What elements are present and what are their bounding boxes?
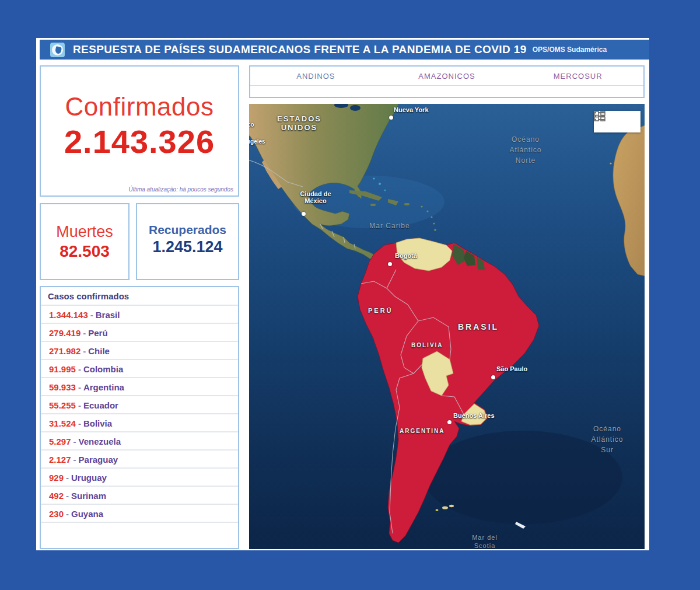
city-dot-buenos-aires (447, 420, 452, 424)
confirmed-card: Confirmados 2.143.326 Última atualização… (40, 65, 239, 197)
list-item-ecuador[interactable]: 55.255-Ecuador (41, 396, 238, 414)
bahamas-banks (384, 190, 386, 191)
page-frame: RESPUESTA DE PAÍSES SUDAMERICANOS FRENTE… (0, 0, 700, 590)
canary-islands (615, 166, 617, 168)
covid-map[interactable]: ESTADOS UNIDOS Nueva York co ngeles Ciud… (249, 104, 645, 549)
recovered-label: Recuperados (137, 223, 238, 237)
deaths-value: 82.503 (41, 242, 128, 261)
map-canvas[interactable] (249, 104, 645, 549)
list-item-uruguay[interactable]: 929-Uruguay (41, 469, 238, 487)
city-dot-ciudad-de-mexico (302, 212, 306, 216)
list-item-argentina[interactable]: 59.933-Argentina (41, 378, 238, 396)
separator: - (80, 346, 88, 356)
tab-mercosur[interactable]: MERCOSUR (512, 72, 643, 81)
confirmed-value: 2.143.326 (41, 123, 238, 160)
list-item-peru[interactable]: 279.419-Perú (41, 324, 238, 342)
separator: - (80, 328, 88, 338)
case-count: 55.255 (49, 400, 76, 410)
case-count: 1.344.143 (49, 310, 88, 320)
falkland-islands (442, 506, 448, 509)
canary-islands (610, 162, 611, 164)
list-item-guyana[interactable]: 230-Guyana (41, 505, 238, 523)
list-item-brasil[interactable]: 1.344.143-Brasil (41, 306, 238, 324)
tab-amazonicos[interactable]: AMAZONICOS (382, 72, 513, 81)
country-name: Guyana (71, 509, 103, 519)
region-tabs: ANDINOS AMAZONICOS MERCOSUR (249, 65, 645, 98)
case-count: 31.524 (49, 418, 76, 428)
country-name: Venezuela (79, 437, 121, 446)
country-name: Brasil (96, 310, 120, 320)
country-name: Colombia (83, 364, 123, 374)
city-dot-nueva-york (389, 116, 393, 120)
page-subtitle: OPS/OMS Sudamérica (533, 46, 607, 54)
cases-list: Casos confirmados 1.344.143-Brasil 279.4… (40, 286, 239, 549)
app-header: RESPUESTA DE PAÍSES SUDAMERICANOS FRENTE… (40, 40, 649, 60)
city-dot-sao-paulo (491, 375, 495, 379)
list-item-paraguay[interactable]: 2.127-Paraguay (41, 451, 238, 469)
country-name: Bolivia (83, 418, 112, 428)
cases-list-title: Casos confirmados (41, 287, 238, 306)
island-puerto-rico (404, 203, 410, 205)
separator: - (64, 509, 71, 519)
list-item-bolivia[interactable]: 31.524-Bolivia (41, 414, 238, 432)
lesser-antilles (430, 216, 432, 218)
lesser-antilles (433, 222, 435, 224)
separator: - (76, 382, 83, 392)
country-name: Paraguay (79, 455, 118, 465)
bahamas-banks (373, 178, 375, 180)
country-name: Uruguay (71, 473, 107, 483)
small-island (436, 509, 439, 511)
separator: - (76, 400, 83, 410)
country-name: Chile (88, 346, 110, 356)
separator: - (71, 455, 79, 465)
deaths-card: Muertes 82.503 (40, 203, 130, 280)
country-name: Surinam (71, 491, 106, 501)
confirmed-label: Confirmados (41, 92, 238, 121)
recovered-value: 1.245.124 (137, 238, 238, 256)
island-trinidad (434, 229, 436, 231)
list-item-venezuela[interactable]: 5.297-Venezuela (41, 432, 238, 451)
falkland-islands (449, 505, 454, 507)
basemap-grid-icon[interactable] (623, 117, 635, 127)
case-count: 59.933 (49, 382, 76, 392)
page-title: RESPUESTA DE PAÍSES SUDAMERICANOS FRENTE… (73, 43, 527, 56)
tab-andinos[interactable]: ANDINOS (250, 72, 382, 81)
paho-globe-icon (50, 43, 65, 57)
country-name: Argentina (83, 382, 124, 392)
island-jamaica (370, 204, 376, 206)
country-name: Perú (88, 328, 107, 338)
case-count: 5.297 (49, 437, 71, 446)
case-count: 91.995 (49, 364, 76, 374)
separator: - (64, 473, 71, 483)
separator: - (88, 310, 96, 320)
case-count: 271.982 (49, 346, 80, 356)
dashboard-content: RESPUESTA DE PAÍSES SUDAMERICANOS FRENTE… (36, 38, 649, 550)
deaths-label: Muertes (41, 223, 128, 241)
bahamas-banks (379, 183, 381, 185)
list-item-chile[interactable]: 271.982-Chile (41, 342, 238, 360)
case-count: 279.419 (49, 328, 80, 338)
separator: - (64, 491, 71, 501)
list-item-surinam[interactable]: 492-Surinam (41, 487, 238, 505)
city-dot-bogota (388, 262, 392, 266)
separator: - (76, 364, 83, 374)
separator: - (76, 418, 83, 428)
map-controls (594, 111, 640, 132)
recovered-card: Recuperados 1.245.124 (136, 203, 239, 280)
case-count: 230 (49, 509, 64, 519)
lesser-antilles (421, 205, 422, 207)
case-count: 492 (49, 491, 64, 501)
separator: - (71, 437, 79, 446)
lesser-antilles (426, 210, 428, 212)
list-item-colombia[interactable]: 91.995-Colombia (41, 360, 238, 378)
great-lakes (350, 105, 360, 111)
case-count: 2.127 (49, 455, 71, 465)
case-count: 929 (49, 473, 64, 483)
country-name: Ecuador (83, 400, 118, 410)
south-atlantic-deep (424, 431, 622, 524)
last-updated-text: Última atualização: há poucos segundos (128, 186, 233, 193)
